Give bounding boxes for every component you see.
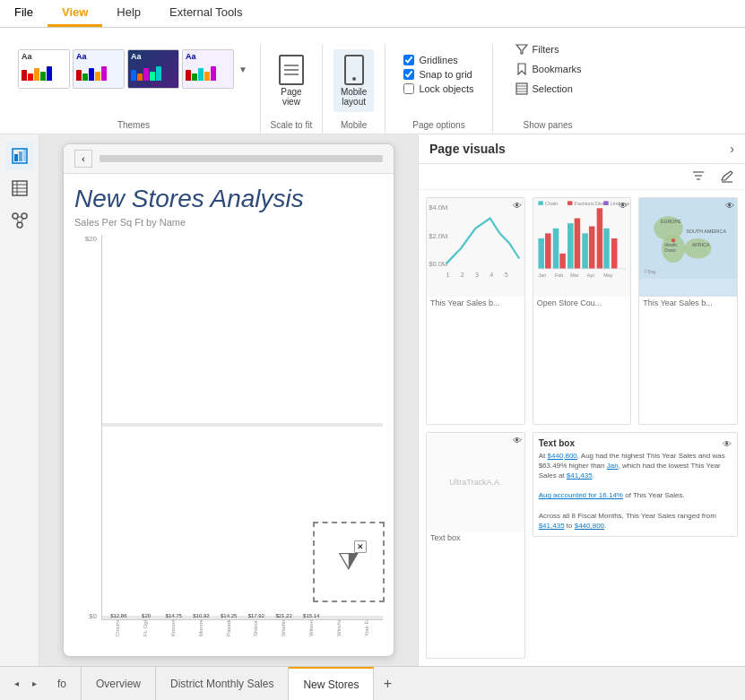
- right-panel: Page visuals ›: [418, 134, 745, 666]
- selection-label: Selection: [533, 83, 573, 94]
- main-area: ‹ New Stores Analysis Sales Per Sq Ft by…: [0, 134, 745, 666]
- visual-card-3[interactable]: 👁 EUROPE Atlantic Ocean AFRICA SOUTH AME…: [638, 197, 738, 425]
- chart-title: New Stores Analysis: [74, 185, 383, 213]
- gridlines-checkbox-row[interactable]: Gridlines: [403, 55, 473, 65]
- lock-objects-checkbox-row[interactable]: Lock objects: [403, 83, 473, 94]
- mobile-layout-button[interactable]: Mobilelayout: [334, 49, 374, 112]
- tab-overview[interactable]: Overview: [82, 667, 156, 700]
- page-options-group: Gridlines Snap to grid Lock objects Page…: [385, 44, 492, 134]
- text-link-aug-pct[interactable]: Aug accounted for 16.14%: [539, 491, 623, 499]
- tab-file[interactable]: File: [0, 0, 48, 27]
- visual-card-1[interactable]: 👁 $4.0M $2.0M $0.0M 1 2 3 4 5 This Year: [426, 197, 525, 425]
- svg-point-16: [17, 222, 22, 228]
- text-link-range-high[interactable]: $440,800: [575, 522, 604, 530]
- tab-fo[interactable]: fo: [43, 667, 82, 700]
- visual-3-eye-icon[interactable]: 👁: [725, 201, 734, 211]
- visual-card-4[interactable]: 👁 UltraTrackA.A. Text box: [426, 432, 525, 660]
- svg-rect-39: [589, 227, 595, 269]
- lock-objects-checkbox[interactable]: [403, 83, 414, 94]
- svg-rect-49: [538, 201, 542, 205]
- theme-tile-1[interactable]: Aa: [18, 49, 70, 89]
- mini-line-chart-1: $4.0M $2.0M $0.0M 1 2 3 4 5: [427, 198, 524, 279]
- bookmarks-label: Bookmarks: [533, 64, 582, 74]
- svg-rect-6: [14, 154, 18, 161]
- svg-text:SOUTH AMERICA: SOUTH AMERICA: [686, 229, 726, 234]
- svg-text:$0.0M: $0.0M: [429, 260, 447, 268]
- visual-card-2[interactable]: 👁 Jan: [533, 197, 632, 425]
- model-view-icon[interactable]: [5, 206, 34, 235]
- y-label-20: $20: [85, 235, 97, 243]
- svg-text:$2.0M: $2.0M: [429, 232, 447, 240]
- visual-5-label: Text box: [539, 438, 575, 448]
- svg-text:1: 1: [446, 272, 450, 278]
- svg-rect-32: [538, 238, 544, 269]
- svg-rect-40: [596, 208, 602, 269]
- page-view-icon: [279, 55, 304, 85]
- mobile-back-button[interactable]: ‹: [74, 150, 92, 168]
- data-view-icon[interactable]: [5, 174, 34, 203]
- scale-content: Pageview: [268, 44, 315, 130]
- text-link-440800[interactable]: $440,800: [547, 452, 576, 460]
- toolbar-filter-icon[interactable]: [688, 168, 709, 186]
- tab-help[interactable]: Help: [102, 0, 155, 27]
- visual-1-eye-icon[interactable]: 👁: [513, 201, 522, 211]
- tab-overview-label: Overview: [96, 678, 141, 690]
- themes-dropdown-arrow[interactable]: ▼: [237, 63, 249, 76]
- theme-tile-2[interactable]: Aa: [73, 49, 125, 89]
- mobile-group-label: Mobile: [323, 120, 385, 130]
- text-link-41435[interactable]: $41,435: [567, 471, 593, 480]
- bar-group-8: $15.14: [299, 613, 325, 619]
- filters-label: Filters: [533, 44, 559, 55]
- tab-nav-prev[interactable]: ◂: [7, 667, 25, 700]
- page-view-button[interactable]: Pageview: [272, 49, 311, 112]
- right-panel-header: Page visuals ›: [419, 134, 745, 164]
- filter-close-button[interactable]: ✕: [354, 540, 367, 553]
- gridlines-checkbox[interactable]: [403, 55, 414, 65]
- visual-card-4-label: Text box: [427, 531, 524, 544]
- svg-rect-55: [639, 198, 737, 279]
- add-tab-button[interactable]: +: [374, 667, 401, 700]
- svg-rect-36: [567, 223, 574, 269]
- page-icon-lines: [284, 65, 299, 75]
- mini-map-3: EUROPE Atlantic Ocean AFRICA SOUTH AMERI…: [639, 198, 737, 279]
- selection-icon: [515, 82, 529, 96]
- svg-text:3: 3: [475, 272, 479, 278]
- bar-group-9: [326, 618, 352, 619]
- bookmarks-pane-row[interactable]: Bookmarks: [511, 60, 585, 78]
- theme-tile-4[interactable]: Aa: [182, 49, 234, 89]
- visual-card-2-inner: 👁 Jan: [533, 198, 631, 297]
- tab-new-stores[interactable]: New Stores: [289, 667, 374, 700]
- ribbon-tab-bar: File View Help External Tools: [0, 0, 745, 28]
- svg-text:Mar: Mar: [570, 272, 578, 278]
- snap-to-grid-checkbox-row[interactable]: Snap to grid: [403, 69, 473, 80]
- visual-4-eye-icon[interactable]: 👁: [513, 436, 522, 445]
- visual-card-5[interactable]: Text box 👁 At $440,800, Aug had the high…: [533, 432, 738, 538]
- right-panel-expand-button[interactable]: ›: [730, 142, 734, 156]
- toolbar-edit-icon[interactable]: [716, 168, 738, 186]
- mobile-group: Mobilelayout Mobile: [323, 44, 385, 134]
- tab-nav-next[interactable]: ▸: [25, 667, 43, 700]
- tab-district-monthly-sales[interactable]: District Monthly Sales: [156, 667, 289, 700]
- text-link-range-low[interactable]: $41,435: [539, 522, 565, 530]
- tab-view[interactable]: View: [48, 0, 102, 27]
- snap-to-grid-checkbox[interactable]: [403, 69, 414, 80]
- svg-text:EUROPE: EUROPE: [661, 219, 681, 224]
- visual-2-eye-icon[interactable]: 👁: [619, 201, 628, 211]
- selection-pane-row[interactable]: Selection: [511, 80, 585, 98]
- tab-external-tools[interactable]: External Tools: [155, 0, 256, 27]
- bar-group-7: $21.22: [271, 613, 297, 619]
- svg-rect-53: [603, 201, 608, 205]
- bookmarks-icon: [515, 62, 529, 76]
- scale-to-fit-group: Pageview Scale to fit: [261, 44, 323, 134]
- report-view-icon[interactable]: [5, 142, 34, 170]
- visual-5-eye-icon[interactable]: 👁: [723, 439, 732, 449]
- filters-pane-row[interactable]: Filters: [511, 40, 585, 58]
- theme-tile-3[interactable]: Aa: [127, 49, 179, 89]
- scale-to-fit-label: Scale to fit: [261, 120, 322, 130]
- y-label-0: $0: [89, 612, 97, 620]
- visual-card-3-inner: 👁 EUROPE Atlantic Ocean AFRICA SOUTH AME…: [639, 198, 737, 297]
- right-panel-toolbar: [419, 164, 745, 190]
- text-link-jan[interactable]: Jan: [607, 462, 619, 470]
- bar-value-8: $15.14: [303, 613, 319, 618]
- svg-text:May: May: [603, 272, 612, 278]
